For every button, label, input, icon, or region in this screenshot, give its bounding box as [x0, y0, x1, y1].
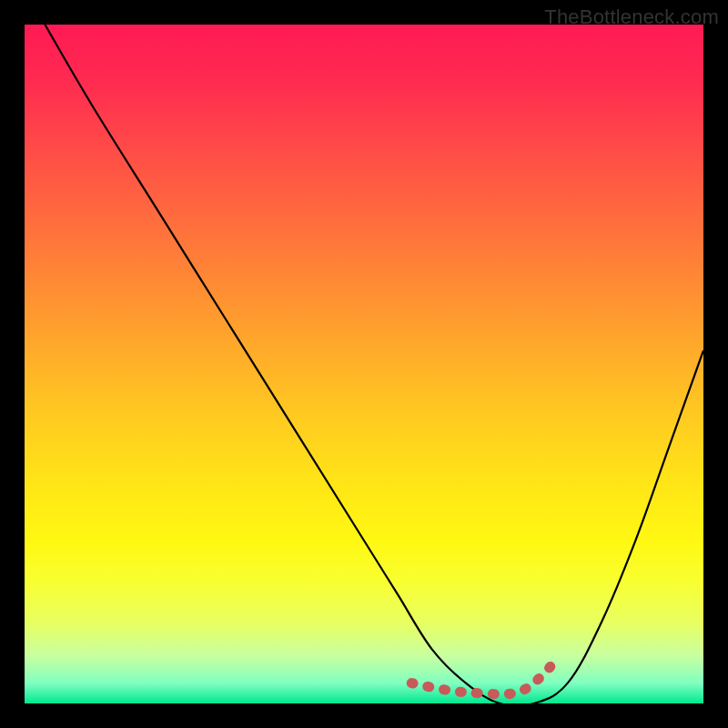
watermark-text: TheBottleneck.com	[544, 5, 719, 29]
bottleneck-curve-line	[45, 25, 703, 703]
optimal-zone-marker-line	[411, 662, 554, 694]
chart-plot-area	[25, 25, 703, 703]
chart-svg	[25, 25, 703, 703]
